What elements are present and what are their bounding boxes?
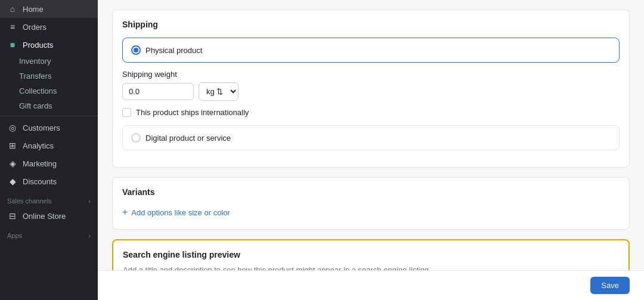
seo-title: Search engine listing preview <box>123 250 619 259</box>
international-label: This product ships internationally <box>136 108 249 117</box>
physical-product-option[interactable]: Physical product <box>122 38 620 63</box>
sidebar-sub-transfers[interactable]: Transfers <box>0 69 98 83</box>
sidebar-item-label: Products <box>23 41 53 50</box>
sidebar-item-label: Marketing <box>23 159 57 168</box>
sidebar-sub-gift-cards[interactable]: Gift cards <box>0 98 98 113</box>
products-icon: ■ <box>7 40 18 50</box>
sales-channels-chevron[interactable]: › <box>88 197 91 205</box>
sidebar-item-online-store[interactable]: ⊟ Online Store <box>0 207 98 225</box>
international-checkbox[interactable] <box>122 108 131 117</box>
apps-chevron[interactable]: › <box>88 232 91 239</box>
apps-label: Apps › <box>0 225 98 242</box>
sidebar-sub-inventory[interactable]: Inventory <box>0 54 98 69</box>
home-icon: ⌂ <box>7 4 18 14</box>
international-shipping-row[interactable]: This product ships internationally <box>122 108 620 117</box>
sidebar-item-label: Online Store <box>23 212 66 221</box>
shipping-title: Shipping <box>122 20 620 29</box>
sidebar-item-analytics[interactable]: ⊞ Analytics <box>0 137 98 154</box>
main-content: Shipping Physical product Shipping weigh… <box>98 0 644 300</box>
sidebar-item-marketing[interactable]: ◈ Marketing <box>0 154 98 172</box>
sidebar-item-label: Orders <box>23 23 47 32</box>
shipping-card: Shipping Physical product Shipping weigh… <box>112 10 630 168</box>
save-button[interactable]: Save <box>590 277 630 294</box>
variants-card: Variants + Add options like size or colo… <box>112 177 630 230</box>
physical-radio-button[interactable] <box>131 45 141 55</box>
marketing-icon: ◈ <box>7 159 18 168</box>
online-store-icon: ⊟ <box>7 211 18 221</box>
sidebar-sub-collections[interactable]: Collections <box>0 83 98 98</box>
weight-input-group: kg ⇅ lb oz g <box>122 82 620 101</box>
sidebar: ⌂ Home ≡ Orders ■ Products Inventory Tra… <box>0 0 98 300</box>
sales-channels-label: Sales channels › <box>0 190 98 207</box>
sidebar-item-products[interactable]: ■ Products <box>0 36 98 54</box>
sidebar-item-label: Customers <box>23 123 60 132</box>
digital-radio-button[interactable] <box>131 133 141 143</box>
analytics-icon: ⊞ <box>7 141 18 150</box>
sidebar-item-orders[interactable]: ≡ Orders <box>0 18 98 36</box>
weight-input[interactable] <box>122 83 194 100</box>
add-options-button[interactable]: + Add options like size or color <box>122 205 230 219</box>
physical-product-label: Physical product <box>145 46 202 55</box>
weight-label: Shipping weight <box>122 70 620 79</box>
sidebar-item-discounts[interactable]: ◆ Discounts <box>0 172 98 190</box>
shipping-weight-section: Shipping weight kg ⇅ lb oz g <box>122 70 620 101</box>
discounts-icon: ◆ <box>7 177 18 186</box>
digital-product-label: Digital product or service <box>145 134 231 143</box>
customers-icon: ◎ <box>7 123 18 132</box>
digital-product-option[interactable]: Digital product or service <box>122 125 620 150</box>
variants-title: Variants <box>122 187 620 197</box>
add-options-label: Add options like size or color <box>131 208 230 217</box>
sidebar-item-customers[interactable]: ◎ Customers <box>0 119 98 137</box>
bottom-toolbar: Save <box>98 270 644 300</box>
plus-icon: + <box>122 208 128 217</box>
sidebar-item-home[interactable]: ⌂ Home <box>0 0 98 18</box>
weight-unit-select[interactable]: kg ⇅ lb oz g <box>199 82 239 101</box>
sidebar-item-label: Discounts <box>23 177 57 186</box>
orders-icon: ≡ <box>7 22 18 32</box>
sidebar-item-label: Analytics <box>23 141 54 150</box>
sidebar-item-label: Home <box>23 5 44 14</box>
